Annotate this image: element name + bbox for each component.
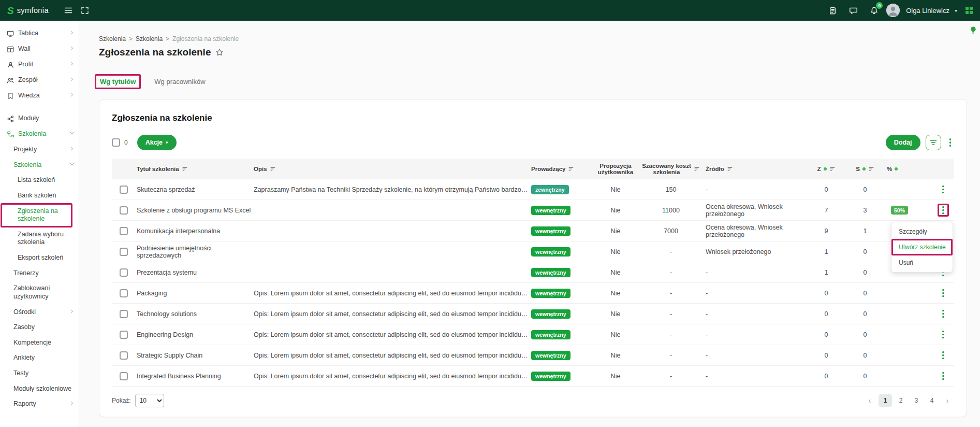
row-checkbox[interactable] [120,289,128,297]
sidebar-item-o-rodki[interactable]: Ośrodki [0,305,79,320]
table-row: Prezentacja systemuwewnętrznyNie--10 [112,262,954,283]
sidebar-item-eksport-szkole[interactable]: Eksport szkoleń [0,250,79,266]
row-checkbox[interactable] [120,248,128,256]
chat-icon[interactable] [845,2,861,19]
filter-button[interactable] [926,135,941,150]
sidebar-item-zesp[interactable]: Zespół [0,73,79,88]
menu-item-usu[interactable]: Usuń [891,255,953,271]
sidebar-item-zg-oszenia-na-szkolenie[interactable]: Zgłoszenia na szkolenie [0,204,79,227]
page-button-2[interactable]: 2 [894,394,908,407]
sidebar-item-tablica[interactable]: Tablica [0,26,79,41]
table-menu-button[interactable] [946,136,955,149]
sidebar-item-lista-szkole[interactable]: Lista szkoleń [0,173,79,188]
cell-training-title: Podniesienie umiejętności sprzedażowych [136,244,253,260]
sidebar-item-modu-y-szkoleniowe[interactable]: Moduły szkoleniowe [0,381,79,397]
add-button[interactable]: Dodaj [886,135,920,150]
leader-type-badge: wewnętrzny [531,351,571,360]
sort-icon[interactable] [270,166,276,172]
column-header-z[interactable]: Z [808,164,844,174]
page-button-4[interactable]: 4 [925,394,939,407]
row-checkbox[interactable] [120,186,128,194]
hamburger-menu-icon[interactable] [60,2,77,19]
sidebar-item-szkolenia[interactable]: Szkolenia [0,126,79,142]
tab-wg-pracownik-w[interactable]: Wg pracowników [153,77,206,87]
sidebar-item-szkolenia[interactable]: Szkolenia [0,158,79,173]
sidebar-item-modu-y[interactable]: Moduły [0,111,79,126]
column-label: Opis [254,166,267,172]
sidebar-item-profil[interactable]: Profil [0,57,79,73]
team-icon [6,76,14,84]
tab-wg-tytu-w[interactable]: Wg tytułów [99,77,137,87]
row-menu-button[interactable] [939,370,947,382]
row-menu-button[interactable] [939,329,947,341]
cell-description [253,251,530,253]
sort-icon[interactable] [182,166,188,172]
cell-s-count: 0 [844,185,886,194]
breadcrumb-link-szkolenia-0[interactable]: Szkolenia [99,35,126,42]
row-menu-button[interactable] [939,349,947,362]
row-checkbox[interactable] [120,227,128,235]
row-checkbox[interactable] [120,310,128,318]
prev-page-button[interactable]: ‹ [863,394,876,407]
sort-icon[interactable] [829,166,836,172]
pagination: ‹1234› [863,394,954,407]
row-menu-button[interactable] [939,287,947,300]
sort-icon[interactable] [694,166,700,172]
page-button-3[interactable]: 3 [910,394,923,407]
sidebar-item-zadania-wyboru-szkolenia[interactable]: Zadania wyboru szkolenia [0,227,79,250]
table-row: Engineering DesignOpis: Lorem ipsum dolo… [112,324,954,345]
row-checkbox[interactable] [120,331,128,339]
page-button-1[interactable]: 1 [879,394,892,407]
column-header-leader[interactable]: Prowadzący [530,164,594,174]
sidebar-item-ankiety[interactable]: Ankiety [0,350,79,366]
row-checkbox[interactable] [120,206,128,215]
cell-source: - [705,330,808,339]
sidebar-item-trenerzy[interactable]: Trenerzy [0,266,79,281]
lightbulb-icon[interactable] [969,26,977,37]
column-header-desc[interactable]: Opis [253,164,530,174]
row-menu-button[interactable] [939,204,947,217]
sidebar-item-wiedza[interactable]: Wiedza [0,88,79,104]
brand-logo[interactable]: S symfonia [7,6,49,16]
cell-estimated-cost: - [637,309,705,319]
bell-icon[interactable]: 9 [866,2,882,19]
sidebar-item-wall[interactable]: Wall [0,41,79,57]
page-size-select[interactable]: 10 [135,394,164,407]
sidebar-item-zablokowani-u-ytkownicy[interactable]: Zablokowani użytkownicy [0,281,79,304]
sidebar-item-zasoby[interactable]: Zasoby [0,320,79,335]
column-header-title[interactable]: Tytuł szkolenia [136,164,253,174]
actions-button[interactable]: Akcje ▾ [137,135,177,150]
cell-z-count: 9 [808,226,844,236]
sort-icon[interactable] [868,166,874,172]
sidebar-item-raporty[interactable]: Raporty [0,396,79,412]
user-name[interactable]: Olga Liniewicz [906,7,949,15]
next-page-button[interactable]: › [941,394,954,407]
cell-z-count: 1 [808,247,844,257]
sidebar-item-kompetencje[interactable]: Kompetencje [0,335,79,351]
sort-icon[interactable] [568,166,574,172]
sort-icon[interactable] [727,166,733,172]
column-header-cost[interactable]: Szacowany koszt szkolenia [637,161,705,177]
column-header-s[interactable]: S [844,164,886,174]
sidebar-item-projekty[interactable]: Projekty [0,142,79,158]
sidebar-item-testy[interactable]: Testy [0,366,79,381]
chevron-down-icon[interactable]: ▾ [955,8,957,13]
menu-item-utw-rz-szkolenie[interactable]: Utwórz szkolenie [891,239,953,255]
row-menu-button[interactable] [939,308,947,320]
row-checkbox[interactable] [120,372,128,380]
select-all-checkbox[interactable] [112,138,120,147]
clipboard-icon[interactable] [824,2,841,19]
fullscreen-icon[interactable] [77,2,93,19]
sidebar-item-label: Raporty [13,400,66,408]
avatar[interactable] [886,4,900,17]
row-checkbox[interactable] [120,268,128,277]
row-checkbox[interactable] [120,351,128,360]
favorite-star-icon[interactable] [215,48,224,56]
column-header-source[interactable]: Źródło [705,164,808,174]
menu-item-szczeg-y[interactable]: Szczegóły [891,224,953,239]
apps-grid-icon[interactable] [966,7,973,14]
sidebar-item-label: Ankiety [13,354,75,362]
sidebar-item-bank-szkole[interactable]: Bank szkoleń [0,188,79,204]
breadcrumb-link-szkolenia-1[interactable]: Szkolenia [136,35,163,42]
row-menu-button[interactable] [939,183,947,196]
